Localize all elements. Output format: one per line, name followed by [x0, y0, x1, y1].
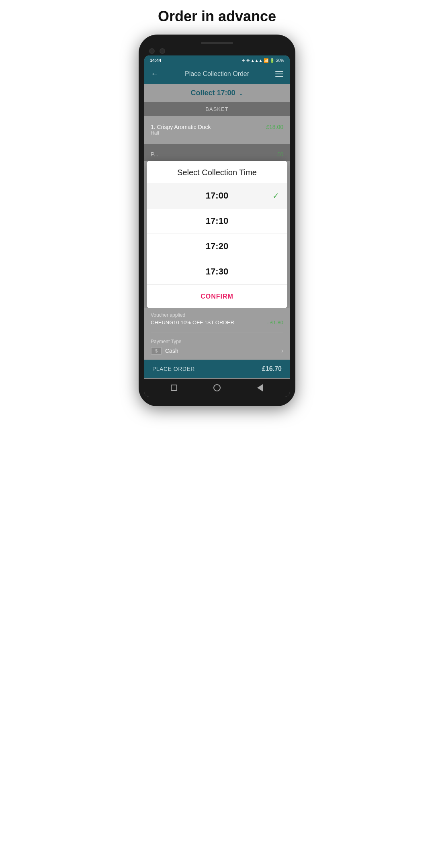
voucher-code: CHEUNG10 10% OFF 1ST ORDER — [151, 319, 234, 326]
phone-speaker — [201, 42, 233, 44]
modal-backdrop: P... £0 — [144, 144, 290, 161]
time-option-text-1700: 17:00 — [206, 190, 228, 201]
item-name-1: 1. Crispy Aromatic Duck — [151, 124, 211, 130]
confirm-button[interactable]: CONFIRM — [153, 291, 281, 302]
item-price-1: £18.00 — [266, 124, 283, 130]
modal-ghost-item: P... £0 — [151, 148, 283, 161]
recent-apps-icon — [171, 385, 177, 391]
time-option-1710[interactable]: 17:10 — [147, 209, 287, 234]
time-option-text-1730: 17:30 — [206, 266, 228, 277]
phone-frame: 14:44 ✈ ❋ ▲▲▲ 📶 🔋 20% ← Place Collection… — [139, 35, 295, 406]
item-number-1: 1. — [151, 124, 157, 130]
camera-dot-right — [160, 48, 165, 54]
time-option-text-1720: 17:20 — [206, 241, 228, 252]
cash-icon-symbol: $ — [155, 348, 158, 353]
place-order-footer[interactable]: PLACE ORDER £16.70 — [144, 360, 290, 378]
time-option-1720[interactable]: 17:20 — [147, 234, 287, 259]
time-option-text-1710: 17:10 — [206, 216, 228, 226]
payment-left: $ Cash — [151, 347, 178, 355]
payment-chevron-icon: › — [281, 347, 283, 354]
voucher-label: Voucher applied — [151, 312, 283, 318]
page-title: Order in advance — [158, 8, 276, 25]
item-sub-1: Half — [151, 130, 211, 136]
status-bar: 14:44 ✈ ❋ ▲▲▲ 📶 🔋 20% — [144, 55, 290, 65]
back-button[interactable]: ← — [151, 69, 159, 78]
basket-label: BASKET — [205, 106, 228, 112]
ghost-item-price: £0 — [277, 151, 283, 158]
payment-label: Payment Type — [151, 339, 283, 344]
voucher-row: CHEUNG10 10% OFF 1ST ORDER - £1.80 — [151, 319, 283, 326]
modal-title-row: Select Collection Time — [147, 161, 287, 183]
voucher-section: Voucher applied CHEUNG10 10% OFF 1ST ORD… — [151, 308, 283, 329]
status-time: 14:44 — [150, 58, 161, 63]
payment-row[interactable]: $ Cash › — [151, 347, 283, 355]
payment-method: Cash — [165, 348, 178, 354]
below-modal: Voucher applied CHEUNG10 10% OFF 1ST ORD… — [144, 308, 290, 360]
menu-line-2 — [275, 74, 283, 74]
back-icon — [257, 384, 263, 391]
basket-item-1: 1. Crispy Aromatic Duck Half £18.00 — [151, 121, 283, 139]
phone-screen: 14:44 ✈ ❋ ▲▲▲ 📶 🔋 20% ← Place Collection… — [144, 55, 290, 397]
confirm-row: CONFIRM — [147, 285, 287, 308]
nav-bar — [144, 379, 290, 397]
modal-overlay: P... £0 Select Collection Time 17:00 ✓ 1… — [144, 144, 290, 360]
divider-1 — [151, 332, 283, 332]
back-nav-button[interactable] — [255, 383, 265, 393]
payment-section: Payment Type $ Cash › — [151, 336, 283, 360]
voucher-discount: - £1.80 — [267, 319, 283, 326]
basket-header: BASKET — [144, 102, 290, 116]
modal-title: Select Collection Time — [177, 168, 257, 177]
menu-line-3 — [275, 76, 283, 77]
collect-text: Collect 17:00 — [190, 89, 235, 97]
place-order-total: £16.70 — [262, 365, 282, 373]
recent-apps-button[interactable] — [169, 383, 179, 393]
menu-line-1 — [275, 71, 283, 72]
time-option-1730[interactable]: 17:30 — [147, 259, 287, 285]
menu-button[interactable] — [275, 71, 283, 77]
header-title: Place Collection Order — [185, 70, 249, 78]
place-order-label: PLACE ORDER — [152, 366, 195, 372]
order-items: 1. Crispy Aromatic Duck Half £18.00 — [144, 116, 290, 144]
status-battery: 20% — [276, 58, 284, 63]
phone-cameras — [144, 48, 290, 54]
status-icons: ✈ ❋ ▲▲▲ 📶 🔋 — [242, 58, 274, 63]
home-icon — [213, 384, 221, 391]
home-button[interactable] — [212, 383, 222, 393]
ghost-item-name: P... — [151, 151, 158, 158]
status-right: ✈ ❋ ▲▲▲ 📶 🔋 20% — [242, 58, 284, 63]
collect-bar[interactable]: Collect 17:00 ⌄ — [144, 84, 290, 102]
time-option-1700[interactable]: 17:00 ✓ — [147, 183, 287, 209]
collect-chevron-icon: ⌄ — [239, 90, 244, 96]
camera-dot-left — [149, 48, 155, 54]
modal-dialog: Select Collection Time 17:00 ✓ 17:10 17:… — [147, 161, 287, 308]
time-check-icon: ✓ — [272, 191, 279, 201]
app-header: ← Place Collection Order — [144, 65, 290, 84]
cash-icon: $ — [151, 347, 162, 355]
